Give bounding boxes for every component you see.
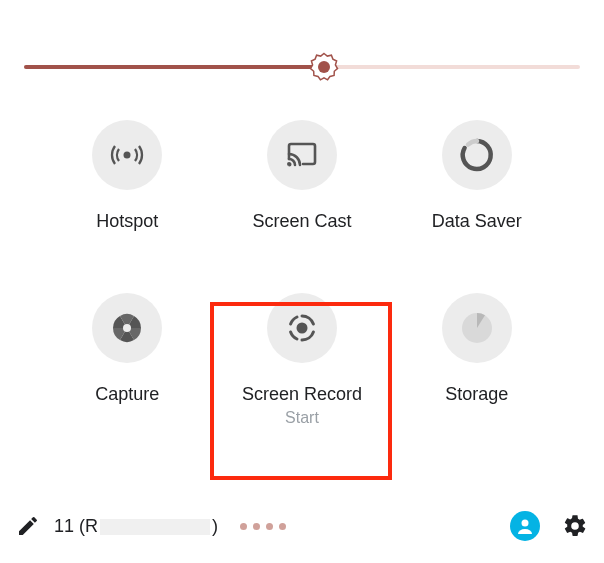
brightness-thumb[interactable] <box>309 52 339 82</box>
tile-label: Data Saver <box>432 210 522 233</box>
hotspot-icon <box>92 120 162 190</box>
svg-point-1 <box>124 152 131 159</box>
page-dot <box>266 523 273 530</box>
tile-screen-record[interactable]: Screen Record Start <box>215 293 390 426</box>
slider-fill <box>24 65 324 69</box>
tile-label: Capture <box>95 383 159 406</box>
build-text: 11 (R) <box>54 516 218 537</box>
build-prefix: 11 (R <box>54 516 98 536</box>
tile-storage[interactable]: Storage <box>389 293 564 426</box>
tile-data-saver[interactable]: Data Saver <box>389 120 564 233</box>
edit-button[interactable] <box>16 514 40 538</box>
tile-label: Screen Cast <box>252 210 351 233</box>
tile-label: Screen Record <box>242 383 362 406</box>
redacted-text <box>100 519 210 535</box>
record-icon <box>267 293 337 363</box>
tile-capture[interactable]: Capture <box>40 293 215 426</box>
capture-icon <box>92 293 162 363</box>
svg-point-0 <box>318 61 330 73</box>
page-dot <box>253 523 260 530</box>
svg-point-5 <box>522 520 529 527</box>
svg-point-2 <box>123 324 131 332</box>
quick-settings-grid: Hotspot Screen Cast Data Sav <box>40 120 564 427</box>
page-indicator-dots <box>240 523 286 530</box>
datasaver-icon <box>442 120 512 190</box>
user-button[interactable] <box>510 511 540 541</box>
cast-icon <box>267 120 337 190</box>
tile-screen-cast[interactable]: Screen Cast <box>215 120 390 233</box>
tile-label: Hotspot <box>96 210 158 233</box>
page-dot <box>279 523 286 530</box>
bottom-bar: 11 (R) <box>16 509 588 543</box>
tile-label: Storage <box>445 383 508 406</box>
build-suffix: ) <box>212 516 218 536</box>
brightness-slider[interactable] <box>24 52 580 82</box>
svg-point-3 <box>296 323 307 334</box>
page-dot <box>240 523 247 530</box>
tile-sublabel: Start <box>285 409 319 427</box>
tile-hotspot[interactable]: Hotspot <box>40 120 215 233</box>
storage-icon <box>442 293 512 363</box>
settings-button[interactable] <box>562 513 588 539</box>
